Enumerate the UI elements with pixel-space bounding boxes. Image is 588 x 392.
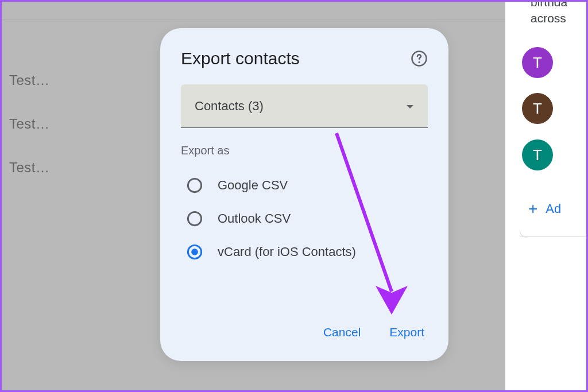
cancel-button[interactable]: Cancel [320, 320, 364, 345]
side-panel-text: birthda across [531, 0, 567, 26]
avatar[interactable]: T [522, 139, 553, 170]
export-as-label: Export as [181, 144, 428, 157]
dropdown-label: Contacts (3) [195, 99, 264, 114]
export-contacts-modal: Export contacts Contacts (3) Export as G… [160, 28, 448, 361]
help-icon[interactable] [411, 50, 428, 67]
add-button-label: Ad [546, 201, 561, 216]
radio-option-outlook-csv[interactable]: Outlook CSV [181, 202, 428, 235]
avatar[interactable]: T [522, 93, 553, 124]
radio-option-vcard[interactable]: vCard (for iOS Contacts) [181, 235, 428, 269]
radio-unchecked-icon [187, 211, 203, 227]
modal-header: Export contacts [181, 49, 428, 68]
radio-checked-icon [187, 244, 203, 260]
side-panel: birthda across T T T + Ad [520, 0, 586, 392]
add-button[interactable]: + Ad [528, 201, 561, 217]
radio-label: Outlook CSV [218, 211, 291, 226]
chevron-down-icon [406, 101, 414, 111]
panel-border [520, 236, 586, 237]
svg-point-5 [191, 249, 198, 255]
plus-icon: + [528, 201, 537, 217]
modal-actions: Cancel Export [320, 320, 428, 345]
radio-option-google-csv[interactable]: Google CSV [181, 169, 428, 202]
radio-label: vCard (for iOS Contacts) [218, 244, 356, 259]
avatar[interactable]: T [522, 47, 553, 78]
export-button[interactable]: Export [386, 320, 428, 345]
radio-unchecked-icon [187, 177, 203, 193]
svg-point-2 [188, 178, 201, 192]
contacts-dropdown[interactable]: Contacts (3) [181, 84, 428, 128]
svg-point-3 [188, 212, 201, 225]
svg-point-1 [419, 61, 420, 63]
radio-label: Google CSV [218, 178, 288, 193]
modal-title: Export contacts [181, 49, 300, 68]
